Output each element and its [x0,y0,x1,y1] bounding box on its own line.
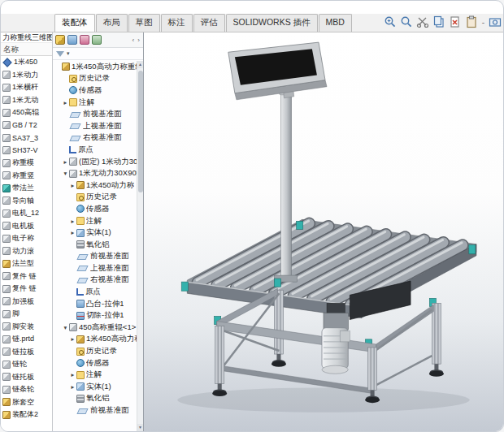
list-item[interactable]: 电机板 [1,220,52,233]
list-item[interactable]: 导向轴 [1,195,52,208]
delete-doc-icon[interactable] [449,15,462,28]
tree-item[interactable]: ▸注解 [53,97,137,109]
expand-arrow-icon[interactable]: ▸ [69,335,76,343]
list-item[interactable]: 复件 链 [1,283,52,296]
zoom-in-icon[interactable] [384,15,397,28]
expand-arrow-icon[interactable]: ▸ [62,158,69,166]
tree-item[interactable]: ▸实体(1) [53,227,137,239]
expand-arrow-icon[interactable]: ▸ [69,218,76,225]
tree-item[interactable]: ▾450高称重辊<1> - [53,322,137,334]
frame-leg-front-left[interactable] [212,326,227,396]
clipboard-icon[interactable] [465,15,478,28]
tree-item[interactable]: 上视基准面 [53,262,137,274]
list-item[interactable]: 复件 链 [1,270,52,283]
tab-装配体[interactable]: 装配体 [54,14,95,32]
tree-item[interactable]: 历史记录 [53,192,137,204]
tree-item[interactable]: 前视基准面 [53,108,137,120]
list-item[interactable]: 1米横杆 [1,81,52,94]
list-item[interactable]: 脚安装 [1,321,52,334]
tree-item[interactable]: 切除-拉伸1 [53,309,137,322]
tree-item[interactable]: ▾1米无动力30X90组 [53,167,137,179]
list-item[interactable]: 胀套空 [1,396,52,409]
featuremanager-tab-icon[interactable] [55,35,65,45]
tree-item[interactable]: 历史记录 [53,345,137,357]
tree-item[interactable]: 历史记录 [53,73,137,85]
viewport-3d[interactable] [144,32,503,431]
list-item[interactable]: SA37_3 [1,132,52,145]
screenshot-icon[interactable] [489,15,502,28]
tree-scrollbar[interactable]: ▲ ▼ [137,61,143,431]
tree-item[interactable]: 上视基准面 [53,120,137,132]
expand-arrow-icon[interactable]: ▸ [62,99,69,106]
list-item[interactable]: 动力滚 [1,245,52,258]
tree-item[interactable]: 传感器 [53,357,137,369]
tree-item[interactable]: ▸实体(1) [53,381,137,393]
list-item[interactable]: 链轮 [1,358,52,371]
list-item[interactable]: 称重模 [1,157,52,170]
model-3d[interactable] [144,32,503,431]
scissors-icon[interactable] [416,15,429,28]
gear-motor[interactable] [322,303,350,374]
expand-arrow-icon[interactable]: ▸ [69,383,76,391]
tree-item[interactable]: 氧化铝 [53,393,137,405]
tree-item[interactable]: 原点 [53,144,137,156]
tree-item[interactable]: 传感器 [53,84,137,97]
list-item[interactable]: 加强板 [1,296,52,309]
tree-item[interactable]: 前视基准面 [53,404,137,417]
tree-item[interactable]: 前视基准面 [53,251,137,263]
tree-item[interactable]: 右视基准面 [53,274,137,287]
tab-布局[interactable]: 布局 [96,14,128,32]
list-item[interactable]: 法兰型 [1,257,52,270]
tab-MBD[interactable]: MBD [319,14,352,32]
list-item[interactable]: 装配体2 [1,408,52,421]
tree-item[interactable]: ▸注解 [53,369,137,381]
scroll-down-icon[interactable]: ▼ [137,424,143,431]
tree-item[interactable]: 氧化铝 [53,239,137,251]
list-item[interactable]: 链拉板 [1,346,52,359]
tree-item[interactable]: 原点 [53,286,137,298]
tree-item[interactable]: 右视基准面 [53,132,137,145]
list-item[interactable]: 带法兰 [1,182,52,195]
configurationmanager-tab-icon[interactable] [80,35,89,45]
scrollbar-thumb[interactable] [138,71,143,192]
display-monitor[interactable] [228,42,327,100]
tab-标注[interactable]: 标注 [161,14,193,32]
list-item[interactable]: 链条轮 [1,383,52,396]
tree-item[interactable]: ▸(固定) 1米动力30X9 [53,156,137,168]
scroll-up-icon[interactable]: ▲ [137,61,143,68]
expand-arrow-icon[interactable]: ▸ [69,371,76,378]
list-item[interactable]: SH37-V [1,145,52,158]
tab-scroll-icons[interactable]: ‹ › [132,37,141,44]
list-item[interactable]: 1米无动 [1,94,52,107]
expand-arrow-icon[interactable]: ▾ [62,324,69,331]
list-item[interactable]: 链托板 [1,371,52,384]
list-item[interactable]: 1米动力 [1,69,52,82]
list-item[interactable]: 脚 [1,308,52,321]
tree-item[interactable]: ▸注解 [53,215,137,227]
tree-item[interactable]: ▸1米450高动力称 [53,334,137,346]
tab-草图[interactable]: 草图 [128,14,160,32]
list-item[interactable]: 1米450 [1,56,52,69]
frame-leg-back-right[interactable] [429,303,444,376]
tree-item[interactable]: 凸台-拉伸1 [53,298,137,310]
column-header-name[interactable]: 名称 [1,43,52,56]
filter-funnel-icon[interactable] [56,51,64,57]
tree-item[interactable]: ▸1米450动力称 [53,179,137,192]
displaymanager-tab-icon[interactable] [92,35,102,45]
tree-item[interactable]: 传感器 [53,203,137,215]
list-item[interactable]: 称重竖 [1,170,52,183]
expand-arrow-icon[interactable]: ▸ [69,182,76,189]
expand-arrow-icon[interactable]: ▾ [62,170,69,177]
list-item[interactable]: 电子称 [1,232,52,245]
expand-arrow-icon[interactable]: ▸ [69,229,76,236]
list-item[interactable]: GB / T2 [1,119,52,132]
filter-dropdown-icon[interactable]: ▾ [67,50,70,57]
list-item[interactable]: 电机_12 [1,207,52,220]
list-item[interactable]: 链.prtd [1,333,52,346]
propertymanager-tab-icon[interactable] [67,35,77,45]
zoom-area-icon[interactable] [400,15,413,28]
tree-item[interactable]: 1米450高动力称重线 (默 [53,61,137,73]
list-item[interactable]: 450高辊 [1,106,52,119]
tab-评估[interactable]: 评估 [193,14,225,32]
tab-SOLIDWORKS 插件[interactable]: SOLIDWORKS 插件 [226,14,318,32]
